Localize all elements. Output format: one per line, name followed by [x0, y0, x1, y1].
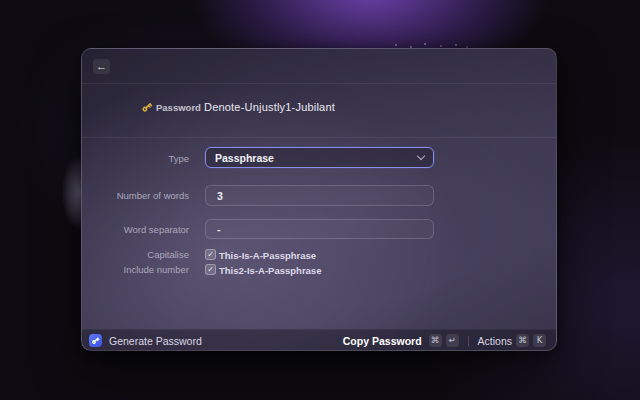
capitalise-checkbox[interactable]: ✓	[205, 249, 216, 260]
key-icon	[139, 99, 156, 116]
capitalise-label: Capitalise	[82, 249, 189, 260]
action-bar-right: Copy Password ⌘ ↵ Actions ⌘ K	[343, 329, 546, 351]
capitalise-checkbox-text[interactable]: This-Is-A-Passphrase	[219, 250, 316, 261]
chevron-down-icon	[417, 152, 425, 160]
back-arrow-icon: ←	[96, 60, 107, 72]
checkmark-icon: ✓	[207, 265, 214, 274]
key-icon	[89, 334, 102, 347]
sparkle-dot	[455, 44, 457, 46]
sparkle-dot	[424, 43, 426, 45]
number-of-words-input[interactable]	[205, 185, 434, 206]
type-select[interactable]: Passphrase	[205, 147, 434, 168]
include-number-checkbox[interactable]: ✓	[205, 264, 216, 275]
desktop-background: ← Password Denote-Unjustly1-Jubilant Typ…	[0, 0, 640, 400]
header-divider	[82, 83, 556, 84]
section-divider	[82, 137, 556, 138]
type-select-value: Passphrase	[215, 152, 274, 164]
password-result-row: Password Denote-Unjustly1-Jubilant	[82, 100, 556, 114]
include-number-label: Include number	[82, 264, 189, 275]
k-key-icon: K	[533, 334, 546, 347]
action-bar: Generate Password Copy Password ⌘ ↵ Acti…	[82, 329, 556, 351]
app-title: Generate Password	[109, 335, 202, 347]
include-number-checkbox-text[interactable]: This2-Is-A-Passphrase	[219, 265, 321, 276]
back-button[interactable]: ←	[93, 59, 110, 74]
sparkle-dot	[440, 45, 442, 47]
raycast-window: ← Password Denote-Unjustly1-Jubilant Typ…	[81, 48, 557, 351]
password-label: Password	[156, 102, 201, 113]
command-key-icon: ⌘	[429, 334, 442, 347]
actions-button[interactable]: Actions	[478, 335, 512, 347]
type-field-label: Type	[82, 153, 189, 164]
checkmark-icon: ✓	[207, 250, 214, 259]
action-separator	[468, 336, 469, 346]
copy-password-button[interactable]: Copy Password	[343, 335, 422, 347]
password-value: Denote-Unjustly1-Jubilant	[204, 101, 335, 113]
number-of-words-label: Number of words	[82, 190, 189, 201]
command-key-icon: ⌘	[516, 334, 529, 347]
generate-password-app-icon	[89, 334, 102, 347]
action-bar-left: Generate Password	[89, 329, 202, 351]
sparkle-dot	[395, 44, 397, 46]
word-separator-label: Word separator	[82, 224, 189, 235]
word-separator-input[interactable]	[205, 219, 434, 239]
return-key-icon: ↵	[446, 334, 459, 347]
